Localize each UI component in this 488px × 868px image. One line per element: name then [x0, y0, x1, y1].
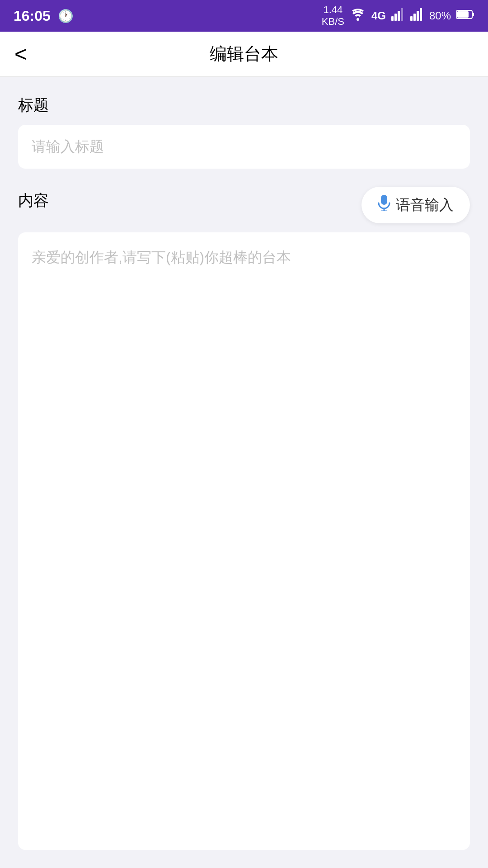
signal-4g: 4G [371, 9, 386, 22]
svg-rect-1 [394, 14, 397, 21]
network-speed: 1.44 KB/S [322, 4, 344, 28]
content-textarea[interactable] [32, 246, 456, 836]
title-input-wrapper [18, 125, 470, 169]
nav-bar: < 编辑台本 [0, 32, 488, 77]
signal-bars2-icon [410, 8, 424, 24]
svg-rect-11 [381, 195, 387, 205]
svg-rect-5 [413, 14, 416, 21]
title-section: 标题 [18, 95, 470, 187]
svg-rect-4 [410, 16, 413, 21]
voice-input-button[interactable]: 语音输入 [361, 187, 470, 223]
content-header: 内容 语音输入 [18, 187, 470, 223]
status-right: 1.44 KB/S 4G 80% [322, 4, 474, 28]
title-label: 标题 [18, 95, 470, 116]
svg-rect-9 [472, 13, 474, 16]
status-left: 16:05 🕐 [14, 8, 74, 24]
signal-bars-icon [391, 8, 405, 24]
svg-rect-10 [457, 11, 469, 18]
battery-percent: 80% [429, 9, 451, 22]
content-label: 内容 [18, 190, 49, 211]
status-time: 16:05 [14, 8, 51, 24]
wifi-icon [350, 8, 366, 24]
main-content: 标题 内容 语音输入 [0, 77, 488, 868]
content-textarea-wrapper [18, 232, 470, 850]
content-section: 内容 语音输入 [18, 187, 470, 868]
svg-rect-7 [420, 8, 422, 21]
svg-rect-0 [391, 16, 394, 21]
microphone-icon [378, 195, 390, 215]
svg-rect-3 [401, 8, 403, 21]
battery-icon [456, 9, 474, 22]
svg-rect-2 [398, 11, 400, 21]
svg-rect-6 [417, 11, 419, 21]
back-button[interactable]: < [14, 43, 27, 65]
status-bar: 16:05 🕐 1.44 KB/S 4G 80% [0, 0, 488, 32]
title-input[interactable] [32, 138, 456, 155]
page-title: 编辑台本 [210, 42, 278, 66]
alarm-icon: 🕐 [58, 9, 74, 24]
voice-input-label: 语音输入 [396, 195, 454, 215]
